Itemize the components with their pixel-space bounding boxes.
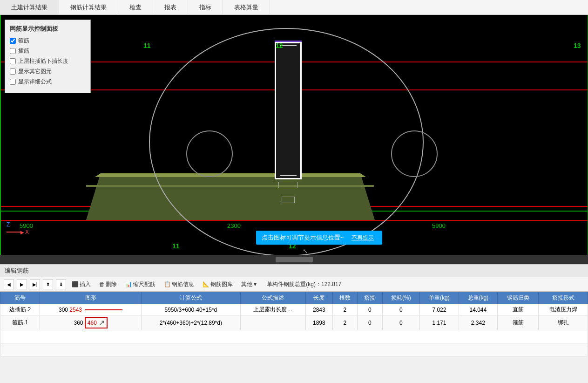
cell-desc-1: 上层露出长度…	[240, 304, 305, 315]
dim-2300: 2300	[227, 222, 241, 229]
col-header-loss: 损耗(%)	[382, 292, 420, 304]
table-row-empty-1	[0, 330, 588, 343]
cell-joint-1: 电渣压力焊	[539, 304, 588, 315]
library-icon: 📐	[203, 281, 210, 287]
cell-joint-2: 绑扎	[539, 315, 588, 330]
scale-btn[interactable]: 📊 缩尺配筋	[122, 280, 158, 289]
col-header-formula: 计算公式	[142, 292, 241, 304]
cell-loss-1: 0	[382, 304, 420, 315]
cell-id-1: 边插筋.2	[0, 304, 40, 315]
cell-type-2: 箍筋	[498, 315, 539, 330]
cell-desc-2	[240, 315, 305, 330]
shape-val1-2: 360	[74, 320, 83, 326]
col-header-lap: 搭接	[358, 292, 383, 304]
checkbox-detail[interactable]: 显示详细公式	[10, 78, 86, 86]
insert-btn[interactable]: ⬛ 插入	[69, 280, 94, 289]
small-circle-right	[391, 130, 438, 177]
table-container[interactable]: 筋号 图形 计算公式 公式描述 长度 根数 搭接 损耗(%) 单重(kg) 总重…	[0, 292, 588, 356]
cell-count-2: 2	[332, 315, 358, 330]
grid-num-12-top: 12	[276, 42, 283, 49]
axis-x-label: X	[25, 229, 29, 235]
cell-shape-2: 360 460 ↗	[40, 315, 142, 330]
scale-label: 缩尺配筋	[133, 280, 155, 288]
shape-val2-1: 2543	[69, 307, 82, 313]
col-header-unit-w: 单重(kg)	[420, 292, 459, 304]
shape-box-2: 460 ↗	[85, 317, 108, 328]
checkbox-stirrup-label: 箍筋	[18, 37, 29, 45]
menu-item-rebar[interactable]: 钢筋计算结果	[59, 0, 118, 14]
axis-indicator: Z ▶ X	[7, 221, 29, 235]
grid-num-11-bot: 11	[172, 242, 180, 250]
info-label: 钢筋信息	[172, 280, 194, 288]
tooltip-text: 点击图标可调节提示信息位置~	[262, 233, 344, 242]
nav-last-btn[interactable]: ▶|	[30, 279, 40, 289]
library-btn[interactable]: 📐 钢筋图库	[200, 280, 236, 289]
cell-loss-2: 0	[382, 315, 420, 330]
scale-icon: 📊	[125, 281, 132, 287]
nav-copy-down-btn[interactable]: ⬇	[56, 279, 66, 289]
shape-val1-1: 300	[59, 307, 68, 313]
cell-length-1: 2843	[306, 304, 332, 315]
checkbox-detail-label: 显示详细公式	[18, 78, 52, 86]
col-header-type: 钢筋归类	[498, 292, 539, 304]
shape-arrow-icon: ↗	[99, 318, 105, 327]
other-btn[interactable]: 其他 ▾	[238, 280, 259, 289]
table-row-empty-2	[0, 343, 588, 356]
delete-icon: 🗑	[99, 281, 105, 287]
delete-btn[interactable]: 🗑 删除	[96, 280, 120, 289]
cell-total-w-2: 2.342	[459, 315, 497, 330]
cell-count-1: 2	[332, 304, 358, 315]
nav-prev-btn[interactable]: ◀	[4, 279, 14, 289]
menu-item-report[interactable]: 报表	[153, 0, 188, 14]
cell-lap-2: 0	[358, 315, 383, 330]
cell-formula-2: 2*(460+360)+2*(12.89*d)	[142, 315, 241, 330]
checkbox-others-input[interactable]	[10, 68, 16, 75]
scroll-thumb[interactable]	[276, 257, 313, 262]
col-header-total-w: 总重(kg)	[459, 292, 497, 304]
tooltip-bar: 点击图标可调节提示信息位置~ 不再提示	[256, 231, 382, 245]
checkbox-upper-input[interactable]	[10, 58, 16, 64]
canvas-area: 11 12 13 11 12 5900 2300 5900 网筋显示控制面板 箍…	[0, 15, 588, 264]
menu-item-table[interactable]: 表格算量	[223, 0, 270, 14]
checkbox-upper[interactable]: 上层柱插筋下插长度	[10, 57, 86, 65]
cell-unit-w-2: 1.171	[420, 315, 459, 330]
cell-id-2: 箍筋.1	[0, 315, 40, 330]
menu-item-check[interactable]: 检查	[118, 0, 153, 14]
axis-z-label: Z	[7, 221, 29, 228]
nav-copy-up-btn[interactable]: ⬆	[43, 279, 53, 289]
info-btn[interactable]: 📋 钢筋信息	[161, 280, 197, 289]
checkbox-insert-input[interactable]	[10, 48, 16, 54]
axis-x-container: ▶ X	[7, 229, 29, 235]
col-header-shape: 图形	[40, 292, 142, 304]
checkbox-others[interactable]: 显示其它图元	[10, 68, 86, 75]
grid-num-13: 13	[574, 42, 581, 49]
checkbox-detail-input[interactable]	[10, 79, 16, 85]
tooltip-dismiss-btn[interactable]: 不再提示	[349, 234, 377, 242]
info-icon: 📋	[164, 281, 171, 287]
nav-next-btn[interactable]: ▶	[17, 279, 27, 289]
shape-line-1	[85, 309, 122, 310]
axis-x-line	[7, 232, 20, 233]
table-row[interactable]: 箍筋.1 360 460 ↗ 2*(460+360)+2*(12.89*d) 1…	[0, 315, 588, 330]
menu-item-civil[interactable]: 土建计算结果	[0, 0, 59, 14]
cell-shape-1: 300 2543	[40, 304, 142, 315]
table-row[interactable]: 边插筋.2 300 2543 5950/3+600-40+15*d 上层露出长度…	[0, 304, 588, 315]
bottom-title: 编辑钢筋	[0, 265, 588, 277]
canvas-scrollbar[interactable]	[0, 255, 588, 264]
col-header-id: 筋号	[0, 292, 40, 304]
insert-icon: ⬛	[72, 281, 79, 287]
toolbar-row: ◀ ▶ ▶| ⬆ ⬇ ⬛ 插入 🗑 删除 📊 缩尺配筋 📋 钢筋信息 📐 钢筋图…	[0, 277, 588, 292]
cell-type-1: 直筋	[498, 304, 539, 315]
checkbox-stirrup-input[interactable]	[10, 38, 16, 44]
shape-val2-2: 460	[88, 320, 97, 326]
control-panel: 网筋显示控制面板 箍筋 插筋 上层柱插筋下插长度 显示其它图元 显示详细公式	[5, 20, 91, 93]
insert-label: 插入	[80, 280, 91, 288]
checkbox-insert[interactable]: 插筋	[10, 47, 86, 55]
delete-label: 删除	[106, 280, 117, 288]
library-label: 钢筋图库	[210, 280, 233, 288]
checkbox-stirrup[interactable]: 箍筋	[10, 37, 86, 45]
dim-5900-right: 5900	[432, 222, 446, 229]
menu-item-index[interactable]: 指标	[188, 0, 223, 14]
resize-icon[interactable]: ⤡	[303, 247, 308, 255]
rebar-table: 筋号 图形 计算公式 公式描述 长度 根数 搭接 损耗(%) 单重(kg) 总重…	[0, 292, 588, 356]
